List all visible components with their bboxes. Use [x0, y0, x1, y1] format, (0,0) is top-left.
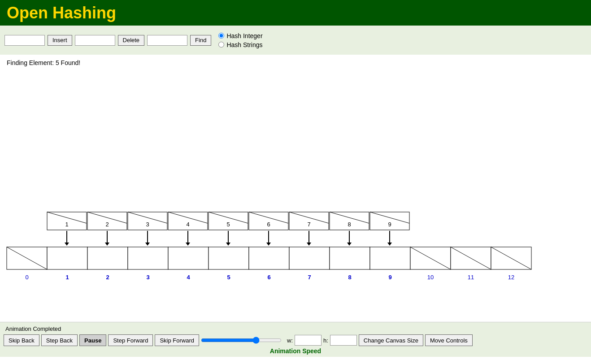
animation-speed-slider[interactable] [201, 337, 282, 344]
canvas-area: 1 2 3 4 5 6 [0, 71, 591, 322]
h-label: h: [323, 337, 328, 344]
svg-text:4: 4 [187, 274, 190, 281]
delete-input[interactable] [75, 35, 115, 46]
svg-marker-28 [65, 243, 69, 246]
svg-marker-44 [387, 243, 392, 246]
hash-integer-label: Hash Integer [226, 32, 262, 39]
svg-text:9: 9 [388, 274, 391, 281]
svg-marker-32 [145, 243, 150, 246]
skip-forward-button[interactable]: Skip Forward [155, 334, 199, 346]
top-box-6: 6 [249, 212, 288, 230]
svg-text:8: 8 [348, 274, 351, 281]
top-box-7: 7 [289, 212, 329, 230]
top-box-9: 9 [370, 212, 409, 230]
hash-integer-option[interactable]: Hash Integer [218, 32, 262, 39]
svg-rect-50 [168, 247, 209, 269]
svg-rect-48 [87, 247, 128, 269]
svg-rect-47 [47, 247, 87, 269]
svg-text:5: 5 [226, 221, 230, 228]
top-box-3: 3 [128, 212, 167, 230]
svg-text:2: 2 [106, 274, 109, 281]
insert-input[interactable] [4, 35, 45, 46]
svg-text:7: 7 [308, 274, 311, 281]
svg-text:9: 9 [388, 221, 391, 228]
svg-rect-49 [128, 247, 168, 269]
svg-marker-36 [226, 243, 230, 246]
svg-text:1: 1 [65, 221, 68, 228]
svg-text:8: 8 [348, 221, 351, 228]
delete-button[interactable]: Delete [118, 35, 145, 46]
svg-text:4: 4 [186, 221, 189, 228]
hash-type-group: Hash Integer Hash Strings [218, 32, 262, 48]
w-label: w: [287, 337, 293, 344]
svg-text:3: 3 [146, 221, 149, 228]
hash-strings-radio[interactable] [218, 42, 224, 48]
change-canvas-button[interactable]: Change Canvas Size [359, 334, 423, 346]
pause-button[interactable]: Pause [79, 334, 106, 346]
top-box-2: 2 [87, 212, 127, 230]
insert-button[interactable]: Insert [48, 35, 72, 46]
svg-rect-53 [289, 247, 330, 269]
find-input[interactable] [147, 35, 187, 46]
skip-back-button[interactable]: Skip Back [4, 334, 39, 346]
svg-text:11: 11 [468, 274, 474, 281]
svg-text:6: 6 [267, 221, 270, 228]
app-title: Open Hashing [7, 4, 116, 22]
svg-text:2: 2 [105, 221, 109, 228]
animation-status: Animation Completed [4, 325, 587, 333]
find-button[interactable]: Find [190, 35, 211, 46]
bottom-bar: Animation Completed Skip Back Step Back … [0, 322, 591, 357]
controls-row: Skip Back Step Back Pause Step Forward S… [4, 334, 587, 346]
svg-marker-34 [186, 243, 190, 246]
svg-text:1: 1 [65, 274, 69, 281]
toolbar: Insert Delete Find Hash Integer Hash Str… [0, 26, 591, 55]
svg-marker-40 [307, 243, 311, 246]
animation-speed-label: Animation Speed [4, 347, 587, 355]
svg-text:5: 5 [227, 274, 230, 281]
svg-text:3: 3 [146, 274, 149, 281]
svg-rect-52 [249, 247, 289, 269]
top-box-4: 4 [168, 212, 208, 230]
step-back-button[interactable]: Step Back [41, 334, 78, 346]
status-message: Finding Element: 5 Found! [0, 55, 591, 71]
top-box-5: 5 [209, 212, 248, 230]
hash-visualization: 1 2 3 4 5 6 [0, 199, 591, 297]
hash-strings-label: Hash Strings [226, 41, 262, 48]
hash-integer-radio[interactable] [218, 33, 224, 39]
svg-marker-42 [347, 243, 352, 246]
svg-rect-55 [370, 247, 410, 269]
svg-marker-38 [266, 243, 271, 246]
hash-strings-option[interactable]: Hash Strings [218, 41, 262, 48]
move-controls-button[interactable]: Move Controls [425, 334, 473, 346]
svg-rect-54 [330, 247, 370, 269]
step-forward-button[interactable]: Step Forward [108, 334, 153, 346]
svg-text:6: 6 [267, 274, 270, 281]
svg-text:12: 12 [508, 274, 514, 281]
svg-text:7: 7 [307, 221, 310, 228]
svg-text:10: 10 [427, 274, 434, 281]
header: Open Hashing [0, 0, 591, 26]
w-input[interactable]: 1000 [295, 335, 322, 346]
top-box-1: 1 [47, 212, 87, 230]
svg-text:0: 0 [25, 274, 28, 281]
top-box-8: 8 [330, 212, 369, 230]
svg-marker-30 [105, 243, 109, 246]
svg-rect-51 [209, 247, 249, 269]
h-input[interactable]: 500 [330, 335, 357, 346]
